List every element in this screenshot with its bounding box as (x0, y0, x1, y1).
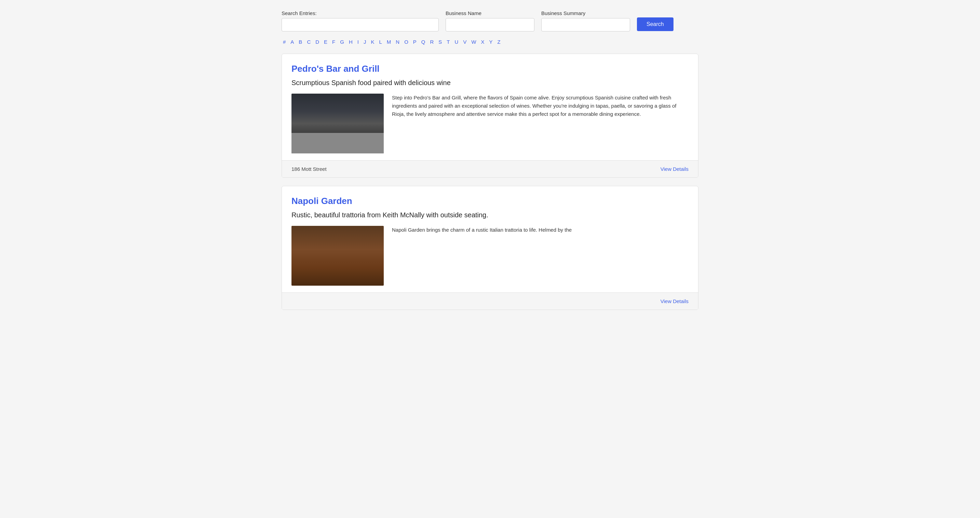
search-entries-group: Search Entries: (282, 10, 439, 32)
listing-detail: Napoli Garden brings the charm of a rust… (291, 226, 689, 286)
alpha-link-m[interactable]: M (385, 38, 393, 45)
listing-description: Napoli Garden brings the charm of a rust… (392, 226, 572, 234)
business-name-group: Business Name (445, 10, 535, 32)
listing-image (291, 94, 384, 153)
alpha-link-hash[interactable]: # (282, 38, 287, 45)
business-summary-input[interactable] (541, 18, 630, 32)
listing-title: Pedro's Bar and Grill (291, 64, 689, 74)
listing-card-footer: View Details (282, 292, 698, 310)
alpha-link-g[interactable]: G (339, 38, 345, 45)
alpha-link-t[interactable]: T (445, 38, 451, 45)
alpha-link-l[interactable]: L (377, 38, 383, 45)
page-container: Search Entries: Business Name Business S… (268, 0, 712, 328)
listing-card-body: Pedro's Bar and GrillScrumptious Spanish… (282, 54, 698, 160)
alpha-link-h[interactable]: H (347, 38, 354, 45)
alpha-link-f[interactable]: F (331, 38, 337, 45)
alpha-link-b[interactable]: B (297, 38, 304, 45)
alpha-link-q[interactable]: Q (420, 38, 427, 45)
alpha-link-x[interactable]: X (480, 38, 486, 45)
listings-container: Pedro's Bar and GrillScrumptious Spanish… (282, 54, 698, 310)
business-summary-group: Business Summary (541, 10, 630, 32)
business-summary-label: Business Summary (541, 10, 630, 16)
alpha-link-d[interactable]: D (314, 38, 320, 45)
alpha-link-p[interactable]: P (412, 38, 418, 45)
alpha-link-u[interactable]: U (453, 38, 460, 45)
listing-title: Napoli Garden (291, 196, 689, 207)
listing-detail: Step into Pedro's Bar and Grill, where t… (291, 94, 689, 153)
alpha-link-a[interactable]: A (289, 38, 295, 45)
listing-card-body: Napoli GardenRustic, beautiful trattoria… (282, 186, 698, 292)
alpha-link-j[interactable]: J (362, 38, 368, 45)
alpha-link-e[interactable]: E (323, 38, 329, 45)
search-entries-input[interactable] (282, 18, 439, 32)
listing-address: 186 Mott Street (291, 166, 327, 172)
listing-image (291, 226, 384, 286)
business-name-label: Business Name (445, 10, 535, 16)
listing-tagline: Rustic, beautiful trattoria from Keith M… (291, 211, 689, 219)
alpha-link-v[interactable]: V (461, 38, 468, 45)
alpha-link-r[interactable]: R (429, 38, 435, 45)
listing-card-footer: 186 Mott StreetView Details (282, 160, 698, 177)
alpha-link-s[interactable]: S (437, 38, 443, 45)
alpha-link-o[interactable]: O (403, 38, 410, 45)
alpha-link-k[interactable]: K (369, 38, 375, 45)
alpha-link-i[interactable]: I (356, 38, 360, 45)
listing-card: Napoli GardenRustic, beautiful trattoria… (282, 186, 698, 310)
business-name-input[interactable] (445, 18, 535, 32)
view-details-link[interactable]: View Details (660, 298, 689, 304)
alpha-link-w[interactable]: W (470, 38, 477, 45)
listing-tagline: Scrumptious Spanish food paired with del… (291, 79, 689, 87)
search-button[interactable]: Search (637, 17, 673, 31)
alpha-link-y[interactable]: Y (488, 38, 494, 45)
alpha-link-c[interactable]: C (305, 38, 312, 45)
view-details-link[interactable]: View Details (660, 166, 689, 172)
listing-card: Pedro's Bar and GrillScrumptious Spanish… (282, 54, 698, 178)
alpha-link-n[interactable]: N (395, 38, 401, 45)
search-section: Search Entries: Business Name Business S… (282, 10, 698, 32)
search-entries-label: Search Entries: (282, 10, 439, 16)
alpha-nav: #ABCDEFGHIJKLMNOPQRSTUVWXYZ (282, 38, 698, 45)
alpha-link-z[interactable]: Z (496, 38, 502, 45)
listing-description: Step into Pedro's Bar and Grill, where t… (392, 94, 689, 118)
